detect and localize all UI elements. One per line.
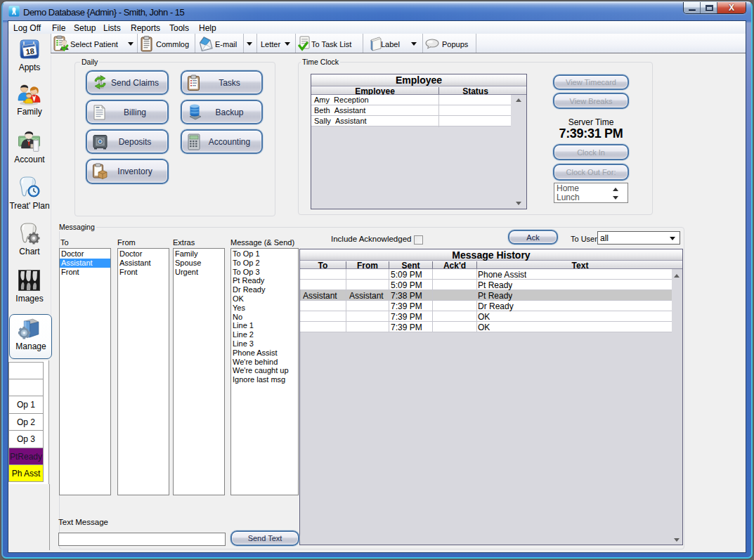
svg-text:18: 18 [25,46,35,56]
